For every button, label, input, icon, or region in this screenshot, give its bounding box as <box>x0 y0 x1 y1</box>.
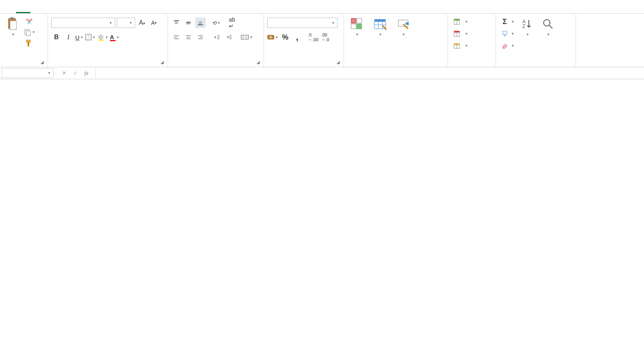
align-top-button[interactable] <box>171 18 182 28</box>
svg-rect-53 <box>454 31 460 32</box>
font-name-select[interactable]: ▼ <box>51 18 115 28</box>
format-cells-button[interactable]: ▼ <box>451 41 470 50</box>
tab-insert[interactable] <box>30 0 45 13</box>
svg-point-37 <box>270 36 272 38</box>
cancel-formula-button[interactable]: ✕ <box>58 70 70 76</box>
dialog-launcher-icon[interactable]: ◢ <box>160 60 166 65</box>
tab-formulas[interactable] <box>59 0 74 13</box>
group-label-clipboard <box>3 64 44 67</box>
svg-rect-50 <box>454 19 460 20</box>
fill-down-icon <box>501 30 509 38</box>
wrap-text-button[interactable]: ab↵ <box>227 18 237 28</box>
group-label-alignment <box>171 64 260 67</box>
svg-rect-48 <box>406 22 409 25</box>
svg-line-62 <box>549 25 552 28</box>
format-as-table-button[interactable]: ▼ <box>370 15 390 38</box>
svg-rect-1 <box>10 21 16 30</box>
formula-input[interactable] <box>96 67 644 79</box>
align-middle-button[interactable] <box>183 18 194 28</box>
group-label-font <box>51 64 164 67</box>
svg-rect-58 <box>503 31 507 34</box>
insert-cells-button[interactable]: ▼ <box>451 17 470 26</box>
conditional-formatting-button[interactable]: ▼ <box>347 15 366 38</box>
orientation-button[interactable]: ⟲▼ <box>212 18 220 28</box>
align-left-button[interactable] <box>171 32 182 42</box>
bucket-icon <box>97 34 104 41</box>
svg-rect-2 <box>10 17 14 20</box>
sigma-icon: Σ <box>501 18 509 26</box>
enter-formula-button[interactable]: ✓ <box>70 70 81 76</box>
name-box[interactable]: ▼ <box>2 68 54 78</box>
chevron-down-icon: ▼ <box>12 33 15 36</box>
decrease-decimal-button[interactable]: .00→.0 <box>320 32 330 42</box>
font-color-icon: A <box>110 34 116 41</box>
tab-developer[interactable] <box>117 0 131 13</box>
find-select-button[interactable]: ▼ <box>538 15 558 38</box>
tab-data[interactable] <box>74 0 88 13</box>
ribbon: ▼ ✂️ ▼ ◢ ▼ ▼ A▴ A▾ B I U▼ ▼ ▼ <box>0 14 644 67</box>
insert-function-button[interactable]: fx <box>81 70 92 76</box>
align-center-button[interactable] <box>183 32 194 42</box>
delete-cells-button[interactable]: ▼ <box>451 29 470 38</box>
tab-review[interactable] <box>88 0 102 13</box>
sort-filter-icon: AZ <box>520 17 534 31</box>
svg-rect-35 <box>241 35 248 39</box>
fill-button[interactable]: ▼ <box>499 29 516 38</box>
font-size-select[interactable]: ▼ <box>117 18 135 28</box>
paste-icon <box>6 17 20 31</box>
decrease-font-size-button[interactable]: A▾ <box>149 18 159 28</box>
group-label-cells <box>451 64 492 67</box>
currency-icon <box>267 34 274 40</box>
svg-point-61 <box>544 20 550 26</box>
svg-rect-10 <box>98 40 104 41</box>
increase-decimal-button[interactable]: .0←.00 <box>308 32 318 42</box>
tab-home[interactable] <box>16 0 30 13</box>
accounting-format-button[interactable]: ▼ <box>267 32 278 42</box>
bold-button[interactable]: B <box>51 32 62 42</box>
font-color-button[interactable]: A▼ <box>110 32 120 42</box>
decrease-indent-button[interactable] <box>212 32 222 42</box>
formula-bar: ▼ ✕ ✓ fx <box>0 67 644 79</box>
cut-button[interactable]: ✂️ <box>24 17 34 26</box>
merge-center-button[interactable]: ▼ <box>241 32 253 42</box>
svg-rect-42 <box>374 19 386 22</box>
tab-page-layout[interactable] <box>45 0 59 13</box>
number-format-select[interactable]: ▼ <box>267 18 338 28</box>
cell-styles-icon <box>396 17 410 31</box>
table-icon <box>373 17 387 31</box>
underline-button[interactable]: U▼ <box>75 32 84 42</box>
fill-color-button[interactable]: ▼ <box>97 32 108 42</box>
format-painter-button[interactable] <box>24 39 34 48</box>
align-right-button[interactable] <box>195 32 206 42</box>
cell-styles-button[interactable]: ▼ <box>394 15 413 38</box>
search-icon <box>541 17 555 31</box>
clear-button[interactable]: ▼ <box>499 41 516 50</box>
group-label-editing <box>499 64 572 67</box>
borders-icon <box>85 34 92 40</box>
dialog-launcher-icon[interactable]: ◢ <box>336 60 342 65</box>
format-cells-icon <box>453 42 461 50</box>
merge-icon <box>241 34 249 40</box>
tab-help[interactable] <box>131 0 146 13</box>
italic-button[interactable]: I <box>63 32 74 42</box>
autosum-button[interactable]: Σ▼ <box>499 17 516 26</box>
svg-rect-4 <box>26 31 30 36</box>
percent-button[interactable]: % <box>280 32 290 42</box>
borders-button[interactable]: ▼ <box>85 32 96 42</box>
dialog-launcher-icon[interactable]: ◢ <box>40 60 46 65</box>
sort-filter-button[interactable]: AZ ▼ <box>518 15 537 38</box>
align-bottom-button[interactable] <box>195 18 206 28</box>
comma-button[interactable]: , <box>292 32 302 42</box>
dialog-launcher-icon[interactable]: ◢ <box>256 60 262 65</box>
brush-icon <box>25 39 33 47</box>
tab-file[interactable] <box>2 0 16 13</box>
increase-font-size-button[interactable]: A▴ <box>137 18 147 28</box>
copy-icon <box>24 29 31 36</box>
copy-button[interactable]: ▼ <box>24 28 35 37</box>
tab-view[interactable] <box>102 0 117 13</box>
paste-button[interactable]: ▼ <box>3 15 22 38</box>
scissors-icon: ✂️ <box>26 18 32 24</box>
group-label-number <box>267 64 340 67</box>
increase-indent-button[interactable] <box>224 32 234 42</box>
svg-rect-41 <box>357 24 362 29</box>
